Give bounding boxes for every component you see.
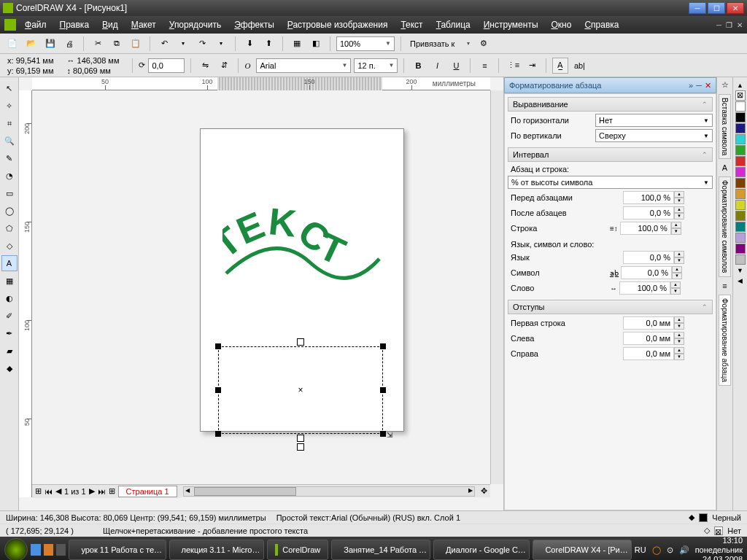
indent-section-header[interactable]: Отступы⌃	[508, 300, 713, 314]
lang-input[interactable]: 0,0 %	[623, 251, 674, 264]
line-input[interactable]: 100,0 %	[620, 222, 671, 235]
start-button[interactable]	[4, 538, 28, 560]
ellipse-tool[interactable]: ◯	[1, 203, 18, 219]
underline-button[interactable]: U	[448, 58, 464, 74]
vtab-char-format[interactable]: Форматирование символов	[719, 176, 731, 276]
color-swatch[interactable]	[735, 200, 746, 210]
export-button[interactable]: ⬆	[260, 36, 276, 52]
spacing-unit-combo[interactable]: % от высоты символа▼	[508, 176, 713, 189]
paste-button[interactable]: 📋	[128, 36, 144, 52]
fill-swatch[interactable]	[699, 513, 708, 522]
menu-text[interactable]: Текст	[400, 20, 422, 30]
ql-desktop-icon[interactable]	[56, 544, 66, 556]
interval-section-header[interactable]: Интервал⌃	[508, 147, 713, 162]
ql-ie-icon[interactable]	[31, 544, 40, 556]
menu-tools[interactable]: Инструменты	[484, 20, 538, 30]
print-button[interactable]: 🖨	[61, 36, 77, 52]
menu-view[interactable]: Вид	[102, 20, 118, 30]
color-swatch[interactable]	[735, 145, 746, 155]
char-spin[interactable]: ▲▼	[672, 266, 682, 279]
para-format-tab-icon[interactable]: ≡	[722, 281, 727, 290]
bullets-button[interactable]: ⋮≡	[505, 58, 521, 74]
color-swatch[interactable]	[735, 167, 746, 177]
docker-titlebar[interactable]: Форматирование абзаца » ─ ✕	[504, 77, 716, 93]
char-input[interactable]: 0,0 %	[621, 266, 672, 279]
artistic-text-object[interactable]: TEKCT	[222, 202, 383, 306]
open-button[interactable]: 📂	[23, 36, 39, 52]
outline-tool[interactable]: ✒	[1, 325, 18, 341]
window-maximize-button[interactable]: ☐	[708, 2, 725, 14]
rectangle-tool[interactable]: ▭	[1, 185, 18, 201]
last-page-button[interactable]: ⏭	[98, 487, 106, 496]
tray-volume-icon[interactable]: 🔊	[679, 545, 689, 555]
task-button-2[interactable]: CorelDraw	[267, 540, 328, 560]
horizontal-ruler[interactable]: миллиметры 50100150200	[32, 77, 490, 90]
color-swatch[interactable]	[735, 254, 746, 265]
crop-tool[interactable]: ⌗	[1, 115, 18, 131]
tray-icon-2[interactable]: ⊙	[667, 545, 673, 555]
task-button-5[interactable]: Занятие_14 Работа …	[331, 540, 430, 560]
snap-dropdown[interactable]: Привязать к▾	[407, 36, 473, 51]
smart-fill-tool[interactable]: ◔	[1, 168, 18, 184]
line-spin[interactable]: ▲▼	[671, 222, 681, 235]
redo-button[interactable]: ↷	[194, 36, 210, 52]
cut-button[interactable]: ✂	[90, 36, 106, 52]
before-spin[interactable]: ▲▼	[674, 191, 684, 204]
menu-layout[interactable]: Макет	[131, 20, 156, 30]
menu-window[interactable]: Окно	[551, 20, 572, 30]
interactive-tool[interactable]: ◐	[1, 290, 18, 306]
docker-collapse-button[interactable]: »	[689, 81, 693, 90]
color-swatch[interactable]	[735, 156, 746, 166]
import-button[interactable]: ⬇	[241, 36, 258, 52]
palette-flyout-button[interactable]: ◀	[738, 277, 743, 284]
first-indent-input[interactable]: 0,0 мм	[623, 316, 674, 330]
overflow-icon[interactable]: ⇲	[387, 431, 392, 439]
edit-text-button[interactable]: ab|	[571, 58, 587, 74]
first-page-button[interactable]: ⏮	[44, 487, 53, 496]
valign-combo[interactable]: Сверху▼	[595, 129, 713, 142]
menu-table[interactable]: Таблица	[436, 20, 471, 30]
mirror-v-button[interactable]: ⇵	[216, 58, 232, 74]
canvas-viewport[interactable]: TEKCT ⇲ ×	[32, 90, 490, 484]
menu-bitmaps[interactable]: Растровые изображения	[287, 20, 388, 30]
alignment-section-header[interactable]: Выравнивание⌃	[508, 97, 713, 112]
docker-close-button[interactable]: ✕	[705, 81, 711, 90]
italic-button[interactable]: I	[429, 58, 445, 74]
vertical-ruler[interactable]: 50100150200	[19, 90, 32, 497]
mirror-h-button[interactable]: ⇋	[197, 58, 213, 74]
char-format-tab-icon[interactable]: A	[722, 163, 727, 172]
left-indent-input[interactable]: 0,0 мм	[623, 332, 674, 345]
doc-plus-button[interactable]: ⊞	[35, 486, 42, 496]
options-button[interactable]: ⚙	[476, 36, 492, 52]
font-combo[interactable]: Arial▼	[256, 58, 351, 73]
menu-arrange[interactable]: Упорядочить	[169, 20, 221, 30]
no-color-swatch[interactable]: ⊠	[735, 90, 746, 101]
before-input[interactable]: 100,0 %	[623, 191, 674, 204]
fill-tool[interactable]: ▰	[1, 343, 18, 359]
window-close-button[interactable]: ✕	[727, 2, 744, 14]
shape-tool[interactable]: ✧	[1, 98, 18, 114]
font-size-combo[interactable]: 12 п.▼	[354, 58, 398, 73]
table-tool[interactable]: ▦	[1, 273, 18, 289]
docker-minimize-button[interactable]: ─	[696, 81, 702, 90]
vtab-insert-char[interactable]: Вставка символа	[719, 94, 731, 159]
indent-button[interactable]: ⇥	[524, 58, 540, 74]
palette-up-button[interactable]: ▲	[737, 82, 743, 89]
task-button-4[interactable]: лекция 3.11 - Micro…	[169, 540, 265, 560]
app-menu-icon[interactable]	[4, 19, 16, 31]
menu-file[interactable]: Файл	[25, 20, 47, 30]
color-swatch[interactable]	[735, 244, 746, 254]
mdi-minimize-button[interactable]: ─	[716, 21, 721, 29]
horizontal-scrollbar[interactable]: ◀ ▶	[183, 486, 475, 497]
color-swatch[interactable]	[735, 134, 746, 144]
after-input[interactable]: 0,0 %	[623, 206, 674, 219]
zoom-tool[interactable]: 🔍	[1, 133, 18, 149]
save-button[interactable]: 💾	[42, 36, 58, 52]
add-page-button[interactable]: ⊞	[109, 486, 115, 496]
left-indent-spin[interactable]: ▲▼	[674, 332, 684, 345]
vertical-scrollbar[interactable]	[490, 90, 503, 484]
word-spin[interactable]: ▲▼	[670, 281, 681, 295]
app-launcher-button[interactable]: ▦	[289, 36, 305, 52]
pick-tool[interactable]: ↖	[1, 80, 18, 96]
welcome-button[interactable]: ◧	[308, 36, 324, 52]
